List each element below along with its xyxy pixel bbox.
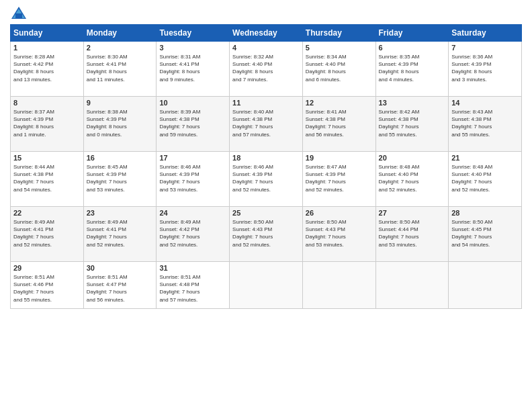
svg-rect-2	[15, 13, 22, 18]
calendar-cell: 3Sunrise: 8:31 AM Sunset: 4:41 PM Daylig…	[157, 42, 230, 97]
logo-icon	[11, 7, 26, 19]
day-info: Sunrise: 8:43 AM Sunset: 4:38 PM Dayligh…	[451, 108, 519, 138]
calendar-cell: 15Sunrise: 8:44 AM Sunset: 4:38 PM Dayli…	[11, 152, 84, 207]
day-info: Sunrise: 8:37 AM Sunset: 4:39 PM Dayligh…	[13, 108, 81, 138]
day-info: Sunrise: 8:31 AM Sunset: 4:41 PM Dayligh…	[159, 53, 226, 83]
day-info: Sunrise: 8:48 AM Sunset: 4:40 PM Dayligh…	[451, 163, 519, 193]
day-number: 27	[379, 209, 446, 217]
day-info: Sunrise: 8:47 AM Sunset: 4:39 PM Dayligh…	[306, 163, 373, 193]
calendar-cell: 11Sunrise: 8:40 AM Sunset: 4:38 PM Dayli…	[230, 97, 303, 152]
day-number: 17	[159, 154, 226, 162]
calendar-cell	[302, 262, 375, 309]
day-info: Sunrise: 8:48 AM Sunset: 4:40 PM Dayligh…	[379, 163, 446, 193]
calendar-cell: 17Sunrise: 8:46 AM Sunset: 4:39 PM Dayli…	[157, 152, 230, 207]
calendar-cell: 24Sunrise: 8:49 AM Sunset: 4:42 PM Dayli…	[157, 207, 230, 262]
calendar-cell: 6Sunrise: 8:35 AM Sunset: 4:39 PM Daylig…	[375, 42, 449, 97]
calendar-cell: 28Sunrise: 8:50 AM Sunset: 4:45 PM Dayli…	[449, 207, 522, 262]
day-info: Sunrise: 8:49 AM Sunset: 4:41 PM Dayligh…	[13, 218, 81, 248]
day-info: Sunrise: 8:50 AM Sunset: 4:43 PM Dayligh…	[232, 218, 300, 248]
calendar-cell: 27Sunrise: 8:50 AM Sunset: 4:44 PM Dayli…	[375, 207, 449, 262]
day-info: Sunrise: 8:34 AM Sunset: 4:40 PM Dayligh…	[306, 53, 373, 83]
calendar-cell: 30Sunrise: 8:51 AM Sunset: 4:47 PM Dayli…	[83, 262, 157, 309]
day-number: 3	[159, 44, 226, 52]
day-number: 9	[87, 99, 154, 107]
day-number: 19	[306, 154, 373, 162]
day-number: 30	[87, 264, 154, 272]
calendar-cell: 14Sunrise: 8:43 AM Sunset: 4:38 PM Dayli…	[449, 97, 522, 152]
calendar-cell: 23Sunrise: 8:49 AM Sunset: 4:41 PM Dayli…	[83, 207, 157, 262]
weekday-header-thursday: Thursday	[302, 25, 375, 42]
week-row-5: 29Sunrise: 8:51 AM Sunset: 4:46 PM Dayli…	[11, 262, 522, 309]
day-info: Sunrise: 8:35 AM Sunset: 4:39 PM Dayligh…	[379, 53, 446, 83]
calendar-cell: 5Sunrise: 8:34 AM Sunset: 4:40 PM Daylig…	[302, 42, 375, 97]
weekday-header-friday: Friday	[375, 25, 449, 42]
day-number: 23	[87, 209, 154, 217]
day-number: 12	[306, 99, 373, 107]
calendar-cell: 22Sunrise: 8:49 AM Sunset: 4:41 PM Dayli…	[11, 207, 84, 262]
calendar-cell: 19Sunrise: 8:47 AM Sunset: 4:39 PM Dayli…	[302, 152, 375, 207]
weekday-header-monday: Monday	[83, 25, 157, 42]
day-number: 31	[159, 264, 226, 272]
weekday-header-saturday: Saturday	[449, 25, 522, 42]
day-info: Sunrise: 8:50 AM Sunset: 4:43 PM Dayligh…	[306, 218, 373, 248]
weekday-header-tuesday: Tuesday	[157, 25, 230, 42]
calendar-cell: 13Sunrise: 8:42 AM Sunset: 4:38 PM Dayli…	[375, 97, 449, 152]
day-number: 24	[159, 209, 226, 217]
day-number: 18	[232, 154, 300, 162]
calendar-cell: 7Sunrise: 8:36 AM Sunset: 4:39 PM Daylig…	[449, 42, 522, 97]
day-number: 22	[13, 209, 81, 217]
calendar-cell: 26Sunrise: 8:50 AM Sunset: 4:43 PM Dayli…	[302, 207, 375, 262]
day-number: 13	[379, 99, 446, 107]
day-number: 29	[13, 264, 81, 272]
day-number: 11	[232, 99, 300, 107]
calendar-cell: 12Sunrise: 8:41 AM Sunset: 4:38 PM Dayli…	[302, 97, 375, 152]
calendar-cell: 31Sunrise: 8:51 AM Sunset: 4:48 PM Dayli…	[157, 262, 230, 309]
weekday-header-wednesday: Wednesday	[230, 25, 303, 42]
calendar-cell: 16Sunrise: 8:45 AM Sunset: 4:39 PM Dayli…	[83, 152, 157, 207]
day-number: 4	[232, 44, 300, 52]
day-info: Sunrise: 8:28 AM Sunset: 4:42 PM Dayligh…	[13, 53, 81, 83]
calendar-cell	[449, 262, 522, 309]
day-number: 10	[159, 99, 226, 107]
calendar-cell: 25Sunrise: 8:50 AM Sunset: 4:43 PM Dayli…	[230, 207, 303, 262]
day-number: 14	[451, 99, 519, 107]
calendar-cell	[230, 262, 303, 309]
calendar-cell: 18Sunrise: 8:46 AM Sunset: 4:39 PM Dayli…	[230, 152, 303, 207]
day-number: 25	[232, 209, 300, 217]
calendar-cell: 2Sunrise: 8:30 AM Sunset: 4:41 PM Daylig…	[83, 42, 157, 97]
calendar-cell: 1Sunrise: 8:28 AM Sunset: 4:42 PM Daylig…	[11, 42, 84, 97]
calendar-cell: 21Sunrise: 8:48 AM Sunset: 4:40 PM Dayli…	[449, 152, 522, 207]
day-info: Sunrise: 8:41 AM Sunset: 4:38 PM Dayligh…	[306, 108, 373, 138]
calendar-table: SundayMondayTuesdayWednesdayThursdayFrid…	[10, 24, 522, 309]
logo	[10, 7, 26, 19]
calendar-cell: 29Sunrise: 8:51 AM Sunset: 4:46 PM Dayli…	[11, 262, 84, 309]
header	[10, 7, 522, 19]
day-info: Sunrise: 8:44 AM Sunset: 4:38 PM Dayligh…	[13, 163, 81, 193]
day-number: 8	[13, 99, 81, 107]
day-number: 21	[451, 154, 519, 162]
calendar-cell: 8Sunrise: 8:37 AM Sunset: 4:39 PM Daylig…	[11, 97, 84, 152]
calendar-cell: 20Sunrise: 8:48 AM Sunset: 4:40 PM Dayli…	[375, 152, 449, 207]
weekday-header-sunday: Sunday	[11, 25, 84, 42]
day-info: Sunrise: 8:49 AM Sunset: 4:41 PM Dayligh…	[87, 218, 154, 248]
day-info: Sunrise: 8:50 AM Sunset: 4:45 PM Dayligh…	[451, 218, 519, 248]
day-info: Sunrise: 8:51 AM Sunset: 4:46 PM Dayligh…	[13, 273, 81, 304]
day-info: Sunrise: 8:36 AM Sunset: 4:39 PM Dayligh…	[451, 53, 519, 83]
week-row-4: 22Sunrise: 8:49 AM Sunset: 4:41 PM Dayli…	[11, 207, 522, 262]
weekday-header-row: SundayMondayTuesdayWednesdayThursdayFrid…	[11, 25, 522, 42]
calendar-page: SundayMondayTuesdayWednesdayThursdayFrid…	[0, 0, 532, 411]
day-info: Sunrise: 8:32 AM Sunset: 4:40 PM Dayligh…	[232, 53, 300, 83]
day-info: Sunrise: 8:45 AM Sunset: 4:39 PM Dayligh…	[87, 163, 154, 193]
day-number: 5	[306, 44, 373, 52]
week-row-1: 1Sunrise: 8:28 AM Sunset: 4:42 PM Daylig…	[11, 42, 522, 97]
day-info: Sunrise: 8:30 AM Sunset: 4:41 PM Dayligh…	[87, 53, 154, 83]
day-number: 15	[13, 154, 81, 162]
calendar-cell: 9Sunrise: 8:38 AM Sunset: 4:39 PM Daylig…	[83, 97, 157, 152]
day-info: Sunrise: 8:46 AM Sunset: 4:39 PM Dayligh…	[232, 163, 300, 193]
day-number: 28	[451, 209, 519, 217]
day-info: Sunrise: 8:42 AM Sunset: 4:38 PM Dayligh…	[379, 108, 446, 138]
day-info: Sunrise: 8:51 AM Sunset: 4:47 PM Dayligh…	[87, 273, 154, 304]
day-number: 1	[13, 44, 81, 52]
day-number: 26	[306, 209, 373, 217]
week-row-3: 15Sunrise: 8:44 AM Sunset: 4:38 PM Dayli…	[11, 152, 522, 207]
